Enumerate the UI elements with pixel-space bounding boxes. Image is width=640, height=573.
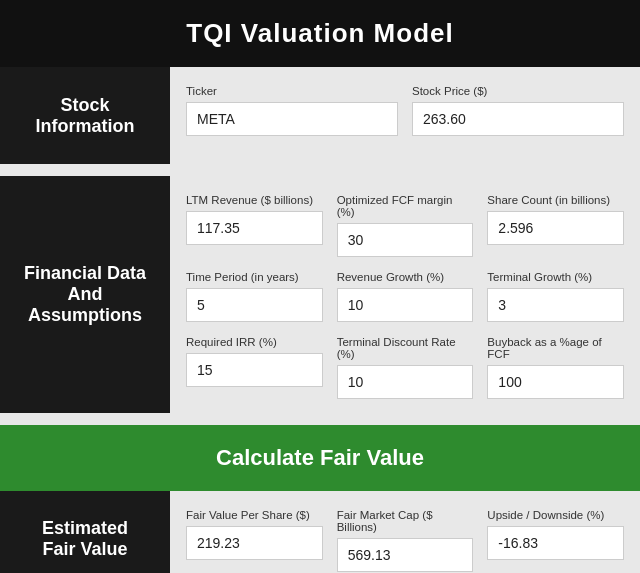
ltm-revenue-input[interactable] [186, 211, 323, 245]
app-title: TQI Valuation Model [186, 18, 453, 48]
required-irr-label: Required IRR (%) [186, 336, 323, 348]
financial-row-3: Required IRR (%) Terminal Discount Rate … [186, 336, 624, 399]
fcf-margin-group: Optimized FCF margin (%) [337, 194, 474, 257]
terminal-discount-input[interactable] [337, 365, 474, 399]
revenue-growth-label: Revenue Growth (%) [337, 271, 474, 283]
ticker-label: Ticker [186, 85, 398, 97]
fair-value-share-input[interactable] [186, 526, 323, 560]
buyback-label: Buyback as a %age of FCF [487, 336, 624, 360]
ltm-revenue-group: LTM Revenue ($ billions) [186, 194, 323, 257]
financial-section: Financial Data And Assumptions LTM Reven… [0, 176, 640, 417]
results-section-content: Fair Value Per Share ($) Fair Market Cap… [170, 491, 640, 573]
results-section: Estimated Fair Value Fair Value Per Shar… [0, 491, 640, 573]
fair-market-cap-group: Fair Market Cap ($ Billions) [337, 509, 474, 572]
time-period-label: Time Period (in years) [186, 271, 323, 283]
spacer-1 [0, 168, 640, 176]
stock-section: Stock Information Ticker Stock Price ($) [0, 67, 640, 168]
revenue-growth-group: Revenue Growth (%) [337, 271, 474, 322]
fair-value-share-label: Fair Value Per Share ($) [186, 509, 323, 521]
price-field-group: Stock Price ($) [412, 85, 624, 136]
buyback-group: Buyback as a %age of FCF [487, 336, 624, 399]
fair-value-share-group: Fair Value Per Share ($) [186, 509, 323, 572]
ltm-revenue-label: LTM Revenue ($ billions) [186, 194, 323, 206]
results-section-label: Estimated Fair Value [0, 491, 170, 573]
buyback-input[interactable] [487, 365, 624, 399]
upside-downside-group: Upside / Downside (%) [487, 509, 624, 572]
share-count-label: Share Count (in billions) [487, 194, 624, 206]
terminal-growth-label: Terminal Growth (%) [487, 271, 624, 283]
time-period-input[interactable] [186, 288, 323, 322]
required-irr-group: Required IRR (%) [186, 336, 323, 399]
app-header: TQI Valuation Model [0, 0, 640, 67]
upside-downside-label: Upside / Downside (%) [487, 509, 624, 521]
fcf-margin-input[interactable] [337, 223, 474, 257]
required-irr-input[interactable] [186, 353, 323, 387]
financial-section-label: Financial Data And Assumptions [0, 176, 170, 413]
financial-row-2: Time Period (in years) Revenue Growth (%… [186, 271, 624, 322]
financial-row-1: LTM Revenue ($ billions) Optimized FCF m… [186, 194, 624, 257]
spacer-2 [0, 417, 640, 425]
terminal-growth-group: Terminal Growth (%) [487, 271, 624, 322]
price-input[interactable] [412, 102, 624, 136]
financial-section-content: LTM Revenue ($ billions) Optimized FCF m… [170, 176, 640, 413]
share-count-group: Share Count (in billions) [487, 194, 624, 257]
ticker-input[interactable] [186, 102, 398, 136]
fcf-margin-label: Optimized FCF margin (%) [337, 194, 474, 218]
stock-section-label: Stock Information [0, 67, 170, 164]
terminal-discount-group: Terminal Discount Rate (%) [337, 336, 474, 399]
time-period-group: Time Period (in years) [186, 271, 323, 322]
terminal-discount-label: Terminal Discount Rate (%) [337, 336, 474, 360]
results-fields-row: Fair Value Per Share ($) Fair Market Cap… [186, 509, 624, 572]
price-label: Stock Price ($) [412, 85, 624, 97]
terminal-growth-input[interactable] [487, 288, 624, 322]
fair-market-cap-input[interactable] [337, 538, 474, 572]
share-count-input[interactable] [487, 211, 624, 245]
revenue-growth-input[interactable] [337, 288, 474, 322]
stock-section-content: Ticker Stock Price ($) [170, 67, 640, 164]
fair-market-cap-label: Fair Market Cap ($ Billions) [337, 509, 474, 533]
ticker-field-group: Ticker [186, 85, 398, 136]
upside-downside-input[interactable] [487, 526, 624, 560]
stock-fields-row: Ticker Stock Price ($) [186, 85, 624, 136]
calculate-button[interactable]: Calculate Fair Value [0, 425, 640, 491]
